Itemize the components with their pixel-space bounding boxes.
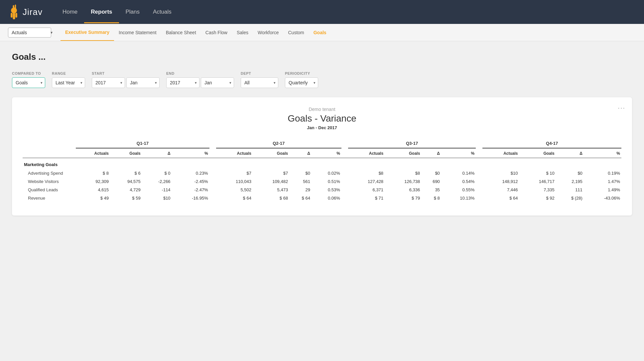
dept-label: DEPT	[241, 71, 278, 75]
end-year-wrapper[interactable]: 2017 2016 2018	[166, 77, 199, 88]
nav-plans[interactable]: Plans	[119, 1, 147, 23]
start-month-wrapper[interactable]: JanFebMarApr MayJunJulAug SepOctNovDec	[126, 77, 160, 88]
q2-actuals-col: Actuals	[216, 148, 253, 158]
q1-actuals-col: Actuals	[76, 148, 110, 158]
end-month-select[interactable]: JanFebMarApr MayJunJulAug SepOctNovDec	[201, 77, 234, 88]
tab-sales[interactable]: Sales	[232, 25, 253, 41]
q3-pct-website: 0.54%	[441, 177, 476, 186]
tab-cash-flow[interactable]: Cash Flow	[201, 25, 232, 41]
logo[interactable]: Jirav	[8, 4, 43, 20]
end-month-wrapper[interactable]: JanFebMarApr MayJunJulAug SepOctNovDec	[201, 77, 234, 88]
end-year-select[interactable]: 2017 2016 2018	[166, 77, 199, 88]
q1-header: Q1-17	[76, 141, 209, 148]
actuals-select-wrapper[interactable]: Actuals	[8, 28, 55, 38]
q3-pct-leads: 0.55%	[441, 186, 476, 194]
q2-delta-advertising: $0	[289, 169, 312, 177]
tab-goals[interactable]: Goals	[309, 25, 331, 41]
actuals-select[interactable]: Actuals	[8, 28, 51, 38]
q3-goals-advertising: $8	[385, 169, 421, 177]
q4-delta-leads: 111	[556, 186, 584, 194]
periodicity-label: PERIODICITY	[285, 71, 318, 75]
start-month-select[interactable]: JanFebMarApr MayJunJulAug SepOctNovDec	[126, 77, 160, 88]
range-select[interactable]: Last Year This Year Custom	[52, 77, 85, 88]
q1-pct-revenue: -16.95%	[172, 194, 209, 202]
filter-periodicity: PERIODICITY Quarterly Monthly Annual	[285, 71, 318, 88]
q3-delta-leads: 35	[421, 186, 441, 194]
nav-links: Home Reports Plans Actuals	[56, 1, 178, 23]
report-header: Demo tenant Goals - Variance Jan - Dec 2…	[23, 107, 621, 130]
q4-actuals-col: Actuals	[482, 148, 519, 158]
nav-reports[interactable]: Reports	[84, 1, 119, 23]
q2-actuals-revenue: $ 64	[216, 194, 253, 202]
q1-goals-revenue: $ 59	[110, 194, 142, 202]
nav-home[interactable]: Home	[56, 1, 84, 23]
tab-income-statement[interactable]: Income Statement	[114, 25, 161, 41]
q2-delta-col: Δ	[289, 148, 312, 158]
q3-delta-col: Δ	[421, 148, 441, 158]
report-date-range: Jan - Dec 2017	[23, 125, 621, 130]
dept-select[interactable]: All Marketing Sales Engineering	[241, 77, 278, 88]
q2-actuals-advertising: $7	[216, 169, 253, 177]
periodicity-select[interactable]: Quarterly Monthly Annual	[285, 77, 318, 88]
q2-delta-leads: 29	[289, 186, 312, 194]
periodicity-select-wrapper[interactable]: Quarterly Monthly Annual	[285, 77, 318, 88]
svg-rect-0	[13, 13, 15, 20]
range-label: RANGE	[52, 71, 85, 75]
tab-executive-summary[interactable]: Executive Summary	[61, 24, 114, 41]
start-year-wrapper[interactable]: 2017 2016 2018	[92, 77, 125, 88]
q4-goals-leads: 7,335	[519, 186, 556, 194]
q1-goals-leads: 4,729	[110, 186, 142, 194]
start-year-select[interactable]: 2017 2016 2018	[92, 77, 125, 88]
compared-to-select-wrapper[interactable]: Goals Last Year Budget	[12, 77, 45, 88]
nav-actuals[interactable]: Actuals	[146, 1, 178, 23]
q4-pct-revenue: -43.06%	[584, 194, 621, 202]
q3-goals-col: Goals	[385, 148, 421, 158]
q1-actuals-advertising: $ 8	[76, 169, 110, 177]
q1-actuals-leads: 4,615	[76, 186, 110, 194]
q4-delta-website: 2,195	[556, 177, 584, 186]
q1-goals-website: 94,575	[110, 177, 142, 186]
q2-header: Q2-17	[216, 141, 341, 148]
tab-balance-sheet[interactable]: Balance Sheet	[161, 25, 201, 41]
marketing-goals-section: Marketing Goals	[23, 158, 621, 169]
tab-custom[interactable]: Custom	[284, 25, 309, 41]
marketing-goals-label: Marketing Goals	[23, 158, 621, 169]
svg-point-6	[14, 7, 16, 9]
q3-goals-leads: 6,336	[385, 186, 421, 194]
goals-table: Q1-17 Q2-17 Q3-17 Q4-17 Actuals Goals Δ …	[23, 141, 621, 202]
report-title: Goals - Variance	[23, 113, 621, 124]
row-label-website-visitors: Website Visitors	[23, 177, 76, 186]
q4-delta-advertising: $0	[556, 169, 584, 177]
q4-header: Q4-17	[482, 141, 621, 148]
q1-pct-advertising: 0.23%	[172, 169, 209, 177]
q3-goals-website: 126,738	[385, 177, 421, 186]
page-title: Goals ...	[12, 52, 632, 62]
column-header-row: Actuals Goals Δ % Actuals Goals Δ % Actu…	[23, 148, 621, 158]
q3-header: Q3-17	[348, 141, 476, 148]
table-row: Website Visitors 92,309 94,575 -2,266 -2…	[23, 177, 621, 186]
q4-actuals-website: 148,912	[482, 177, 519, 186]
filter-end: END 2017 2016 2018 JanFebMarApr MayJunJu…	[166, 71, 234, 88]
q4-actuals-advertising: $10	[482, 169, 519, 177]
q1-delta-website: -2,266	[142, 177, 172, 186]
more-options-button[interactable]: ...	[618, 103, 625, 110]
table-row: Advertising Spend $ 8 $ 6 $ 0 0.23% $7 $…	[23, 169, 621, 177]
q4-delta-revenue: $ (28)	[556, 194, 584, 202]
q1-actuals-website: 92,309	[76, 177, 110, 186]
q1-delta-leads: -114	[142, 186, 172, 194]
range-select-wrapper[interactable]: Last Year This Year Custom	[52, 77, 85, 88]
q2-actuals-leads: 5,502	[216, 186, 253, 194]
q1-pct-leads: -2.47%	[172, 186, 209, 194]
dept-select-wrapper[interactable]: All Marketing Sales Engineering	[241, 77, 278, 88]
q2-pct-advertising: 0.02%	[312, 169, 341, 177]
q4-pct-advertising: 0.19%	[584, 169, 621, 177]
tab-workforce[interactable]: Workforce	[253, 25, 284, 41]
q3-actuals-col: Actuals	[348, 148, 385, 158]
q1-delta-advertising: $ 0	[142, 169, 172, 177]
q3-delta-website: 690	[421, 177, 441, 186]
compared-to-label: COMPARED TO	[12, 71, 45, 75]
compared-to-select[interactable]: Goals Last Year Budget	[12, 77, 45, 88]
svg-rect-2	[15, 13, 17, 18]
q3-actuals-advertising: $8	[348, 169, 385, 177]
filters-bar: COMPARED TO Goals Last Year Budget RANGE…	[12, 71, 632, 88]
